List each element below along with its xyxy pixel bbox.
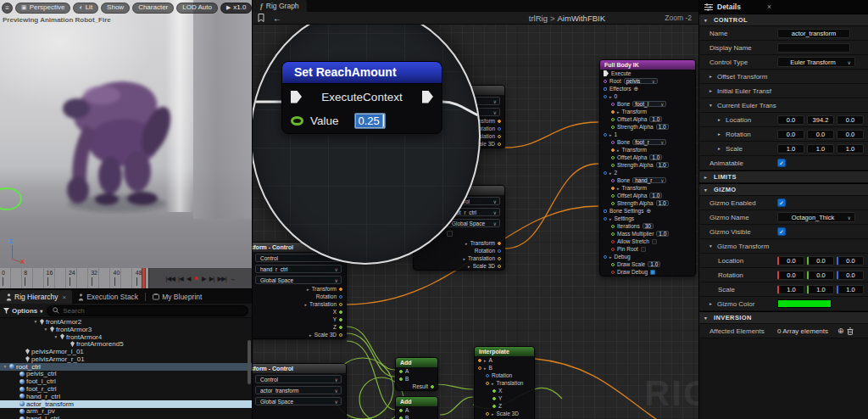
tab-rig-hierarchy[interactable]: Rig Hierarchy × [0,290,72,304]
search-box[interactable] [47,305,248,316]
play-reverse[interactable]: ◀ [186,275,191,282]
field-current-euler-transform[interactable]: ▾Current Euler Trans [699,98,868,113]
pin-icon[interactable] [498,249,501,253]
pin-icon[interactable] [611,156,615,159]
timeline-ruler[interactable]: 0 8 16 24 32 40 48 [0,268,149,288]
exec-out-pin-icon[interactable] [422,91,433,103]
location-z-input[interactable]: 0.0 [837,115,864,125]
add-array-icon[interactable]: ⊕ [646,208,651,215]
field-initial-euler-transform[interactable]: ▸Initial Euler Transf [699,84,868,98]
node-pin-row[interactable]: ▸ B [475,364,534,372]
display-name-input[interactable] [777,43,850,53]
value-input[interactable]: 0.25 [354,113,386,129]
node-output-row[interactable]: ▸ Scale 3D [252,331,346,338]
location-x-input[interactable]: 0.0 [777,115,804,125]
expander-icon[interactable]: ▸ [617,186,620,191]
expander-icon[interactable]: ▸ [609,254,612,260]
node-pin-row[interactable]: ▸ Offset Alpha 1.0 ⊕ [600,115,695,123]
pin-icon[interactable] [498,127,501,131]
expander-icon[interactable]: ▸ [617,109,620,115]
gizmo-scale-z-input[interactable]: 1.0 [837,285,864,294]
expander-icon[interactable]: ▸ [609,94,612,99]
loop[interactable]: → [230,275,236,282]
tree-item[interactable]: ▾ frontArmorend5 [0,340,252,348]
pin-icon[interactable] [604,70,609,76]
gizmo-rotation-x-input[interactable]: 0.0 [777,271,804,280]
pin-icon[interactable] [492,405,496,408]
pin-icon[interactable] [611,187,615,190]
pin-icon[interactable] [399,370,403,373]
pin-icon[interactable] [611,194,615,198]
viewport-menu-button[interactable]: ≡ [2,3,13,14]
location-y-input[interactable]: 394.2 [807,115,834,125]
tree-item[interactable]: ▾ arm_r_pv [0,408,252,416]
magnifier-lens[interactable]: Set ReachAmount ExecuteContext Value 0.2… [252,7,481,265]
node-dropdown-row[interactable]: Space Global Space [252,274,346,285]
rotation-z-input[interactable]: 0.0 [837,130,864,139]
node-pin-row[interactable]: ▸ Scale 3D [475,410,534,417]
pin-icon[interactable] [478,359,481,362]
value-pin-icon[interactable] [291,116,303,126]
node-pin-row[interactable]: ▸ Effectors ⊕ [600,85,695,92]
node-output-row[interactable]: ▸ Rotation [252,293,346,300]
pin-icon[interactable] [339,303,342,306]
node-dropdown-row[interactable]: Space Global Space [252,395,346,406]
pin-icon[interactable] [611,126,615,129]
search-input[interactable] [63,307,242,315]
expand-arrow-icon[interactable]: ▾ [3,364,8,369]
tree-item[interactable]: ▾ foot_l_ctrl [0,377,252,385]
control-gizmo-ellipse[interactable] [0,187,22,210]
gizmo-scale-y-input[interactable]: 1.0 [807,285,834,294]
section-control[interactable]: ▾CONTROL [699,14,868,26]
pin-icon[interactable] [339,333,342,337]
pin-icon[interactable] [399,409,403,412]
timeline-playhead[interactable] [142,268,146,288]
node-pin-row[interactable]: ▸ Execute ⊕ [600,70,695,77]
node-pin-row[interactable]: ▸ Rotation [475,372,534,379]
node-full-body-ik[interactable]: Full Body IK ▸ Execute ⊕ ▸ [599,59,696,277]
pin-icon[interactable] [498,120,501,123]
lod-auto-button[interactable]: LOD Auto [176,3,218,14]
pin-icon[interactable] [611,179,615,182]
options-button[interactable]: Options ▾ [3,307,42,315]
node-pin-row[interactable]: ▸ Strength Alpha 1.0 ⊕ [600,123,695,131]
node-pin-row[interactable]: ▸ Bone hand_r ⊕ [600,176,695,184]
node-pin-row[interactable]: ▸ 0 ⊕ [600,92,695,100]
gizmo-rotation-y-input[interactable]: 0.0 [807,271,834,280]
step-forward[interactable]: ▶| [209,275,214,282]
pin-icon[interactable] [492,389,496,393]
play[interactable]: ▶ [202,275,206,282]
pin-icon[interactable] [611,118,615,121]
field-gizmo-transform[interactable]: ▾Gizmo Transform [699,239,868,254]
pin-icon[interactable] [611,148,615,152]
node-interpolate[interactable]: Interpolate ▸ A ▸ B [474,346,535,419]
show-button[interactable]: Show [101,3,130,14]
node-output-row[interactable]: ▸ X [252,308,346,316]
add-element-icon[interactable]: ⊕ [837,327,844,335]
node-output-row[interactable]: ▸ Z [252,323,346,331]
checkbox[interactable] [641,247,646,252]
pin-icon[interactable] [486,374,489,377]
pin-icon[interactable] [498,142,501,146]
pin-icon[interactable] [611,232,615,236]
trash-icon[interactable] [847,327,854,335]
tab-details[interactable]: Details [717,3,741,11]
playback-speed-button[interactable]: ▶ x1.0 [220,3,252,14]
step-back[interactable]: |◀ [178,275,183,282]
pin-icon[interactable] [611,110,615,114]
pin-icon[interactable] [339,288,342,291]
node-pin-row[interactable]: ▸ Strength Alpha 1.0 ⊕ [600,199,695,207]
pin-icon[interactable] [604,171,607,175]
node-pin-row[interactable]: ▸ Bone foot_l ⊕ [600,100,695,108]
scale-y-input[interactable]: 1.0 [807,144,834,154]
tree-item[interactable]: ▾ frontArmor2 [0,318,252,326]
gizmo-location-y-input[interactable]: 0.0 [807,256,834,265]
tree-item[interactable]: ▾ root_ctrl [0,363,252,371]
pin-icon[interactable] [611,248,615,251]
pin-icon[interactable] [498,135,501,138]
checkbox[interactable] [652,239,657,244]
tab-close-icon[interactable]: × [63,293,67,301]
pin-icon[interactable] [611,271,615,274]
pin-icon[interactable] [604,210,607,213]
node-pin-row[interactable]: ▸ Offset Alpha 1.0 ⊕ [600,192,695,199]
